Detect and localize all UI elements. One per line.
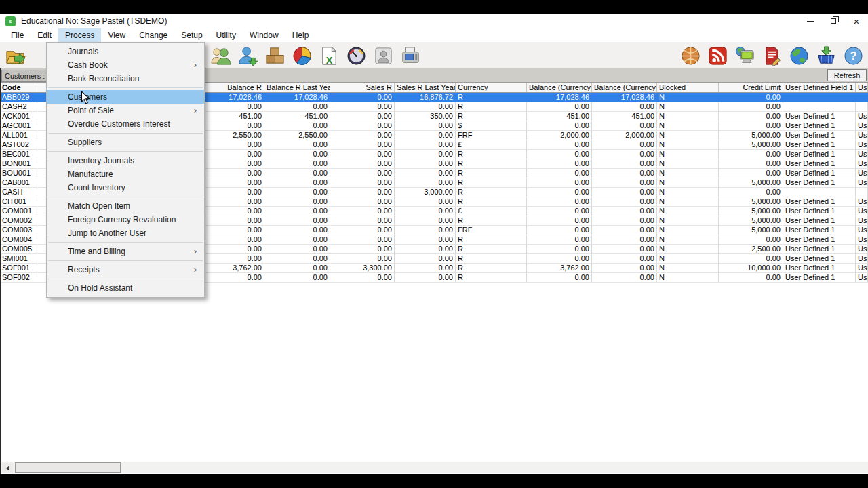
fax-machine-toolbar-button[interactable] bbox=[397, 44, 424, 67]
close-button[interactable]: × bbox=[845, 14, 868, 28]
cell-blocked: N bbox=[657, 273, 719, 282]
menu-window[interactable]: Window bbox=[243, 28, 285, 42]
cell-balance_r_last_year: 0.00 bbox=[264, 159, 330, 168]
column-header-balance_currency_1[interactable]: Balance (Currency) bbox=[527, 83, 592, 92]
menu-item-jump-to-another-user[interactable]: Jump to Another User bbox=[47, 226, 204, 240]
rss-toolbar-button[interactable] bbox=[704, 44, 731, 67]
refresh-button[interactable]: Refresh bbox=[827, 69, 867, 81]
column-header-credit_limit[interactable]: Credit Limit bbox=[719, 83, 783, 92]
menu-item-on-hold-assistant[interactable]: On Hold Assistant bbox=[47, 281, 204, 295]
menu-process[interactable]: Process bbox=[58, 28, 101, 42]
column-header-code[interactable]: Code bbox=[0, 83, 37, 92]
menu-item-suppliers[interactable]: Suppliers bbox=[47, 136, 204, 149]
cell-sales_r_last_year: 0.00 bbox=[395, 178, 456, 187]
menu-item-customers[interactable]: Customers bbox=[47, 90, 204, 104]
menu-item-cash-book[interactable]: Cash Book› bbox=[47, 58, 204, 72]
menu-item-label: Match Open Item bbox=[68, 201, 130, 211]
contact-card-toolbar-button[interactable] bbox=[370, 44, 397, 67]
svg-text:?: ? bbox=[850, 49, 856, 62]
basketball-toolbar-button[interactable] bbox=[677, 44, 704, 67]
column-header-balance_r_last_year[interactable]: Balance R Last Year bbox=[264, 83, 330, 92]
cell-code: ACK001 bbox=[0, 112, 37, 121]
cell-blocked: N bbox=[657, 245, 719, 253]
menu-setup[interactable]: Setup bbox=[174, 28, 209, 42]
menu-item-inventory-journals[interactable]: Inventory Journals bbox=[47, 154, 204, 167]
menu-item-bank-reconciliation[interactable]: Bank Reconciliation bbox=[47, 72, 204, 85]
cell-sales_r: 0.00 bbox=[330, 235, 395, 244]
cell-balance_r: 3,762.00 bbox=[205, 264, 264, 272]
excel-export-toolbar-button[interactable]: X bbox=[315, 44, 342, 67]
cell-balance_r_last_year: 0.00 bbox=[264, 216, 330, 225]
column-header-sales_r[interactable]: Sales R bbox=[330, 83, 395, 92]
column-header-balance_r[interactable]: Balance R bbox=[205, 83, 264, 92]
cell-balance_r_last_year: 2,550.00 bbox=[264, 131, 330, 140]
inventory-boxes-toolbar-button[interactable] bbox=[261, 44, 288, 67]
column-header-sales_r_last_year[interactable]: Sales R Last Year bbox=[395, 83, 456, 92]
cell-user_defined_field_1: User Defined 1 bbox=[783, 216, 856, 225]
cell-currency: FRF bbox=[456, 226, 527, 235]
cell-blocked: N bbox=[657, 197, 719, 206]
document-pencil-toolbar-button[interactable] bbox=[758, 44, 785, 67]
excel-export-icon: X bbox=[319, 45, 340, 66]
cell-sales_r_last_year: 0.00 bbox=[395, 150, 456, 159]
menu-change[interactable]: Change bbox=[132, 28, 174, 42]
cell-sales_r: 0.00 bbox=[330, 216, 395, 225]
column-header-currency[interactable]: Currency bbox=[456, 83, 527, 92]
menu-item-point-of-sale[interactable]: Point of Sale› bbox=[47, 104, 204, 117]
help-toolbar-button[interactable]: ? bbox=[840, 44, 867, 67]
menu-file[interactable]: File bbox=[4, 28, 31, 42]
menu-item-count-inventory[interactable]: Count Inventory bbox=[47, 181, 204, 195]
customers-people-toolbar-button[interactable] bbox=[207, 44, 234, 67]
cell-balance_currency_2: 0.00 bbox=[592, 102, 657, 111]
menu-item-label: Suppliers bbox=[68, 138, 102, 147]
column-header-blocked[interactable]: Blocked bbox=[657, 83, 719, 92]
cell-balance_r_last_year: 0.00 bbox=[264, 235, 330, 244]
menu-item-journals[interactable]: Journals bbox=[47, 45, 204, 58]
cell-code: CASH2 bbox=[0, 102, 37, 111]
scrollbar-thumb[interactable] bbox=[15, 462, 121, 473]
cell-credit_limit: 0.00 bbox=[719, 102, 783, 111]
globe-toolbar-button[interactable] bbox=[785, 44, 812, 67]
supplier-person-toolbar-button[interactable] bbox=[234, 44, 261, 67]
cell-sales_r: 0.00 bbox=[330, 102, 395, 111]
scroll-left-arrow[interactable] bbox=[2, 463, 13, 473]
horizontal-scrollbar[interactable] bbox=[1, 462, 868, 473]
menu-item-time-and-billing[interactable]: Time and Billing› bbox=[47, 245, 204, 258]
cell-sales_r: 0.00 bbox=[330, 273, 395, 282]
menu-item-match-open-item[interactable]: Match Open Item bbox=[47, 199, 204, 213]
menu-edit[interactable]: Edit bbox=[31, 28, 58, 42]
cell-currency: R bbox=[456, 178, 527, 187]
cell-credit_limit: 0.00 bbox=[719, 93, 783, 102]
process-dropdown-menu: JournalsCash Book›Bank ReconciliationCus… bbox=[46, 42, 205, 298]
monitor-globe-toolbar-button[interactable] bbox=[731, 44, 758, 67]
pie-chart-toolbar-button[interactable] bbox=[288, 44, 315, 67]
menu-item-foreign-currency-revaluation[interactable]: Foreign Currency Revaluation bbox=[47, 213, 204, 226]
menu-item-receipts[interactable]: Receipts› bbox=[47, 263, 204, 277]
document-pencil-icon bbox=[762, 45, 783, 66]
cell-user_defined_field_2: Use bbox=[856, 159, 868, 168]
cell-balance_r: 0.00 bbox=[205, 216, 264, 225]
column-header-balance_currency_2[interactable]: Balance (Currency) bbox=[592, 83, 657, 92]
gauge-toolbar-button[interactable] bbox=[342, 44, 370, 67]
cell-user_defined_field_1: User Defined 1 bbox=[783, 235, 856, 244]
cell-code: BON001 bbox=[0, 159, 37, 168]
tab-customers[interactable]: Customers : D bbox=[1, 70, 47, 82]
cell-balance_currency_2: 0.00 bbox=[592, 226, 657, 235]
column-header-user_defined_field_1[interactable]: User Defined Field 1 bbox=[783, 83, 856, 92]
cell-balance_currency_2: 0.00 bbox=[592, 150, 657, 159]
column-header-user_defined_field_2[interactable]: Use bbox=[856, 83, 868, 92]
minimize-button[interactable] bbox=[799, 14, 822, 28]
cell-user_defined_field_1: User Defined 1 bbox=[783, 245, 856, 253]
menu-utility[interactable]: Utility bbox=[210, 28, 243, 42]
menu-item-overdue-customers-interest[interactable]: Overdue Customers Interest bbox=[47, 117, 204, 131]
restore-button[interactable] bbox=[822, 14, 845, 28]
open-folder-toolbar-button[interactable] bbox=[1, 44, 28, 67]
basket-toolbar-button[interactable] bbox=[812, 44, 840, 67]
menu-view[interactable]: View bbox=[101, 28, 132, 42]
menu-item-manufacture[interactable]: Manufacture bbox=[47, 167, 204, 181]
cell-sales_r_last_year: 0.00 bbox=[395, 235, 456, 244]
cell-blocked: N bbox=[657, 131, 719, 140]
cell-balance_r: 0.00 bbox=[205, 159, 264, 168]
cell-user_defined_field_2: Use bbox=[856, 207, 868, 216]
menu-help[interactable]: Help bbox=[285, 28, 316, 42]
